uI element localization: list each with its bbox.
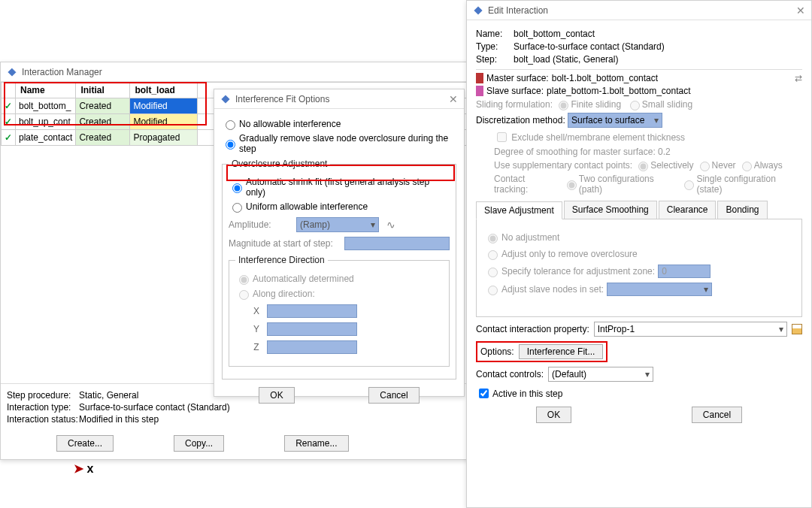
tolerance-input: 0 [658, 265, 710, 278]
check-icon: ✓ [2, 98, 16, 114]
active-checkbox-row[interactable]: Active in this step [476, 386, 802, 401]
check-icon: ✓ [2, 130, 16, 146]
radio-adjust-overclosure: Adjust only to remove overclosure [484, 248, 794, 260]
rename-button[interactable]: Rename... [284, 435, 348, 452]
tab-surface-smoothing[interactable]: Surface Smoothing [564, 201, 657, 219]
fit-titlebar[interactable]: Interference Fit Options ✕ [214, 89, 464, 109]
slave-surface-icon [476, 86, 483, 96]
abaqus-icon [473, 5, 483, 16]
overclosure-fieldset: Overclosure Adjustment Automatic shrink … [222, 159, 456, 379]
radio-auto-direction: Automatically determined [235, 273, 443, 285]
interaction-type: Surface-to-surface contact (Standard) [514, 41, 665, 52]
tab-clearance[interactable]: Clearance [659, 201, 717, 219]
discretization-combo[interactable]: Surface to surface [568, 113, 662, 128]
highlight-box-options: Options: Interference Fit... [476, 341, 607, 362]
interaction-name: bolt_bottom_contact [514, 29, 595, 39]
fit-cancel-button[interactable]: Cancel [368, 387, 419, 404]
create-button[interactable]: Create... [56, 435, 114, 452]
radio-along-direction: Along direction: [235, 288, 443, 300]
amplitude-combo[interactable]: (Ramp) [296, 217, 379, 232]
radio-auto-shrink[interactable]: Automatic shrink fit (first general anal… [229, 177, 450, 198]
interference-fit-window: Interference Fit Options ✕ No allowable … [214, 89, 465, 397]
active-checkbox[interactable] [479, 389, 489, 398]
col-boltload[interactable]: bolt_load [130, 83, 198, 98]
edit-interaction-window: Edit Interaction ✕ Name:bolt_bottom_cont… [466, 0, 812, 508]
radio-no-adjustment: No adjustment [484, 231, 794, 243]
slave-surface: plate_bottom-1.bolt_bottom_contact [547, 86, 690, 96]
radio-adjust-tolerance: Specify tolerance for adjustment zone:0 [484, 265, 794, 278]
radio-small-sliding [630, 101, 640, 110]
adjustment-tabs: Slave Adjustment Surface Smoothing Clear… [476, 201, 802, 219]
interference-fit-button[interactable]: Interference Fit... [519, 344, 604, 359]
master-surface-icon [476, 73, 483, 83]
x-input [267, 304, 357, 318]
abaqus-icon [7, 67, 17, 77]
red-arrow-annotation: ➤ [74, 461, 93, 476]
radio-no-interference[interactable]: No allowable interference [222, 118, 456, 130]
contact-property-combo[interactable]: IntProp-1 [594, 322, 787, 337]
magnitude-input [344, 237, 450, 250]
col-initial[interactable]: Initial [76, 83, 130, 98]
fit-ok-button[interactable]: OK [259, 387, 294, 404]
radio-finite-sliding [559, 101, 568, 110]
mgr-titlebar[interactable]: Interaction Manager [1, 62, 468, 82]
interaction-step: bolt_load (Static, General) [514, 54, 618, 65]
edit-cancel-button[interactable]: Cancel [692, 407, 742, 423]
master-surface: bolt-1.bolt_bottom_contact [552, 73, 658, 83]
amplitude-curve-icon[interactable]: ∿ [382, 219, 400, 231]
contact-controls-combo[interactable]: (Default) [548, 367, 653, 382]
col-name[interactable]: Name [16, 83, 76, 98]
property-table-icon[interactable] [792, 324, 802, 334]
check-icon: ✓ [2, 114, 16, 130]
slave-adjustment-panel: No adjustment Adjust only to remove over… [476, 219, 802, 317]
close-icon[interactable]: ✕ [796, 5, 805, 17]
radio-uniform[interactable]: Uniform allowable interference [229, 201, 450, 213]
close-icon[interactable]: ✕ [449, 93, 458, 105]
edit-ok-button[interactable]: OK [536, 407, 571, 423]
edit-title: Edit Interaction [488, 5, 796, 16]
copy-button[interactable]: Copy... [174, 435, 224, 452]
z-input [267, 340, 357, 354]
radio-adjust-set: Adjust slave nodes in set: [484, 283, 794, 296]
interference-direction-fieldset: Interference Direction Automatically det… [229, 255, 450, 367]
fit-title: Interference Fit Options [235, 94, 449, 104]
abaqus-icon [220, 94, 231, 104]
swap-surfaces-icon[interactable]: ⇄ [795, 73, 802, 83]
exclude-shell-checkbox [497, 132, 507, 142]
tab-slave-adjustment[interactable]: Slave Adjustment [476, 201, 562, 219]
node-set-combo [607, 283, 712, 296]
radio-gradually-remove[interactable]: Gradually remove slave node overclosure … [222, 133, 456, 154]
edit-titlebar[interactable]: Edit Interaction ✕ [467, 1, 811, 20]
y-input [267, 322, 357, 336]
mgr-title: Interaction Manager [22, 67, 462, 77]
tab-bonding[interactable]: Bonding [717, 201, 767, 219]
